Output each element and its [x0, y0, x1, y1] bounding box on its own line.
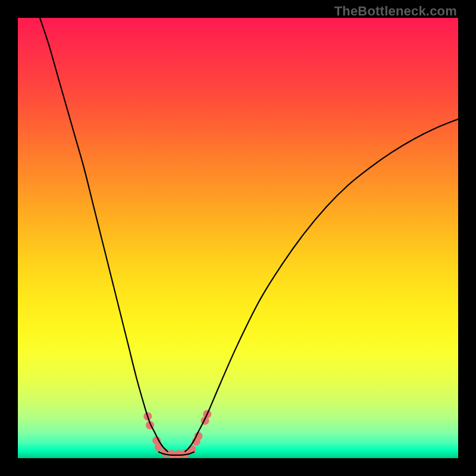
- curves-svg: [18, 18, 458, 458]
- curve-left-curve: [40, 18, 168, 452]
- chart-frame: TheBottleneck.com: [0, 0, 476, 476]
- line-layer: [40, 18, 458, 455]
- curve-right-curve: [185, 119, 458, 452]
- watermark-text: TheBottleneck.com: [334, 4, 457, 19]
- marker-layer: [143, 410, 211, 458]
- plot-area: [18, 18, 458, 458]
